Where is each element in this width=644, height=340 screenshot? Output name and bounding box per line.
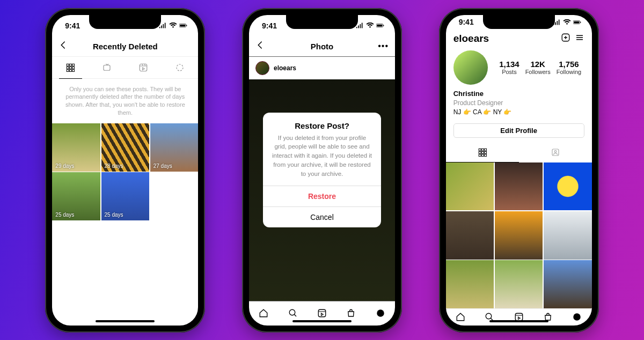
post-thumb[interactable] <box>446 260 494 308</box>
tab-search[interactable] <box>475 309 504 326</box>
svg-rect-4 <box>140 64 148 71</box>
battery-icon <box>179 23 187 28</box>
notch <box>286 15 358 29</box>
svg-rect-3 <box>104 65 110 70</box>
post-thumb[interactable] <box>446 162 494 211</box>
profile-tabs <box>446 142 592 162</box>
phone-recently-deleted: 9:41 Recently Deleted Only you can see t… <box>45 8 205 332</box>
bio-title: Product Designer <box>453 99 584 108</box>
menu-button[interactable] <box>575 33 584 45</box>
days-remaining: 29 days <box>55 163 74 169</box>
post-thumb[interactable] <box>544 162 592 211</box>
svg-point-17 <box>554 150 557 152</box>
profile-avatar[interactable] <box>453 50 488 85</box>
notch <box>89 15 161 29</box>
deleted-grid: 29 days 28 days 27 days 25 days 25 days <box>52 123 198 220</box>
post-thumb[interactable] <box>495 211 543 260</box>
home-indicator[interactable] <box>96 320 155 322</box>
restore-dialog: Restore Post? If you deleted it from you… <box>263 113 381 227</box>
svg-point-20 <box>574 313 581 321</box>
svg-rect-13 <box>574 21 579 23</box>
deleted-thumb[interactable]: 25 days <box>101 172 150 220</box>
back-button[interactable] <box>58 40 68 53</box>
days-remaining: 25 days <box>55 212 74 218</box>
screen: 9:41 eloears 1,134Posts 12KFollowers 1,7… <box>446 15 592 326</box>
svg-rect-2 <box>186 25 187 26</box>
status-time: 9:41 <box>65 21 80 30</box>
tab-home[interactable] <box>446 309 475 326</box>
tab-posts[interactable] <box>446 142 519 162</box>
wifi-icon <box>169 23 177 28</box>
battery-icon <box>573 19 581 25</box>
profile-grid <box>446 162 592 308</box>
days-remaining: 25 days <box>105 212 123 218</box>
svg-point-18 <box>486 313 492 319</box>
stat-followers[interactable]: 12KFollowers <box>525 60 551 75</box>
wifi-icon <box>563 19 571 25</box>
dialog-title: Restore Post? <box>263 113 381 134</box>
tab-igtv[interactable] <box>89 57 125 78</box>
restore-button[interactable]: Restore <box>263 186 381 206</box>
deleted-thumb[interactable]: 29 days <box>52 123 100 172</box>
content-type-tabs <box>52 57 198 79</box>
stats: 1,134Posts 12KFollowers 1,756Following <box>496 60 584 75</box>
profile-username[interactable]: eloears <box>453 33 557 45</box>
stat-following[interactable]: 1,756Following <box>557 60 581 75</box>
phone-profile: 9:41 eloears 1,134Posts 12KFollowers 1,7… <box>439 8 599 332</box>
tab-bar <box>446 308 592 326</box>
post-thumb[interactable] <box>446 211 494 260</box>
notch <box>483 15 555 29</box>
status-time: 9:41 <box>459 18 474 26</box>
post-thumb[interactable] <box>495 162 543 211</box>
nav-title: Recently Deleted <box>93 42 158 51</box>
bio-name: Christine <box>453 89 584 99</box>
dialog-body: If you deleted it from your profile grid… <box>263 134 381 186</box>
nav-bar: Recently Deleted <box>52 36 198 57</box>
svg-rect-14 <box>580 21 581 23</box>
profile-stats-row: 1,134Posts 12KFollowers 1,756Following <box>446 47 592 89</box>
new-post-button[interactable] <box>561 33 570 45</box>
profile-header-row: eloears <box>446 29 592 47</box>
cancel-button[interactable]: Cancel <box>263 206 381 227</box>
deleted-thumb[interactable]: 28 days <box>101 123 150 172</box>
tab-reels[interactable] <box>125 57 162 78</box>
profile-bio: Christine Product Designer NJ 👉 CA 👉 NY … <box>446 89 592 121</box>
post-thumb[interactable] <box>544 211 592 260</box>
deleted-thumb[interactable]: 27 days <box>150 123 199 172</box>
info-text: Only you can see these posts. They will … <box>52 79 198 123</box>
home-indicator[interactable] <box>489 320 548 322</box>
svg-rect-1 <box>180 25 186 27</box>
days-remaining: 27 days <box>153 163 172 169</box>
stat-posts[interactable]: 1,134Posts <box>499 60 519 75</box>
tab-tagged[interactable] <box>519 142 592 162</box>
tab-shop[interactable] <box>533 309 562 326</box>
post-thumb[interactable] <box>544 260 592 308</box>
screen: 9:41 Recently Deleted Only you can see t… <box>52 15 198 326</box>
tab-reels[interactable] <box>504 309 533 326</box>
days-remaining: 28 days <box>105 163 123 169</box>
status-indicators <box>159 23 187 28</box>
status-indicators <box>553 19 581 25</box>
tab-profile[interactable] <box>562 309 591 326</box>
edit-profile-button[interactable]: Edit Profile <box>453 123 584 138</box>
screen: 9:41 Photo ••• eloears <box>249 15 395 326</box>
phone-restore-dialog: 9:41 Photo ••• eloears <box>242 8 402 332</box>
post-thumb[interactable] <box>495 260 543 308</box>
svg-point-5 <box>177 64 183 71</box>
dialog-overlay: Restore Post? If you deleted it from you… <box>249 15 395 326</box>
tab-stories[interactable] <box>162 57 198 78</box>
tab-grid[interactable] <box>52 57 89 78</box>
deleted-thumb[interactable]: 25 days <box>52 172 100 220</box>
bio-location: NJ 👉 CA 👉 NY 👉 <box>453 108 584 117</box>
